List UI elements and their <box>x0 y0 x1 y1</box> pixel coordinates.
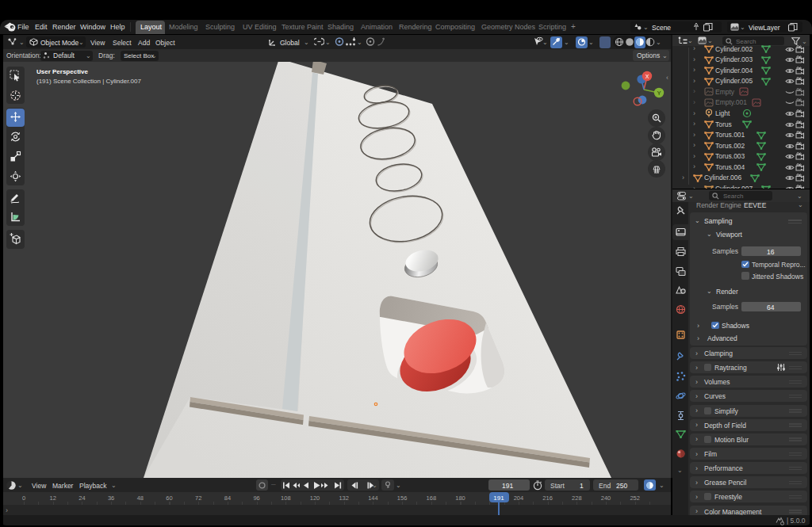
svg-text:Y: Y <box>657 90 661 96</box>
svg-text:X: X <box>645 74 649 79</box>
